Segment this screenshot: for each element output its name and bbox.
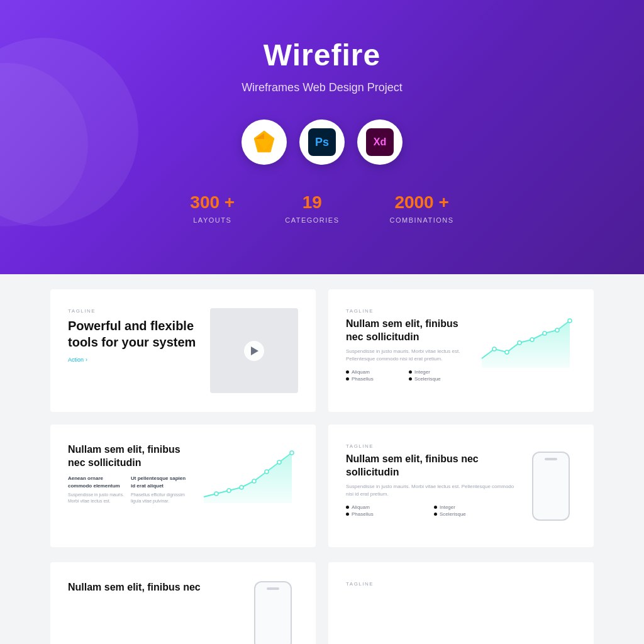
card-3-title: Nullam sem elit, finibus nec sollicitudi… xyxy=(68,443,187,470)
card4-dot-2 xyxy=(434,506,437,509)
chevron-right-icon: › xyxy=(86,357,87,363)
video-thumbnail[interactable] xyxy=(210,308,298,393)
svg-point-11 xyxy=(543,331,547,335)
hero-subtitle: Wireframes Web Design Project xyxy=(13,81,631,94)
svg-point-14 xyxy=(214,492,218,496)
card-3-col-1-text: Suspendisse in justo mauris. Morbi vitae… xyxy=(68,492,125,505)
bullet-1: Aliquam xyxy=(346,369,402,375)
card-2-bullets: Aliquam Integer Phasellus Scelerisque xyxy=(346,369,465,382)
phone-notch-1 xyxy=(545,458,557,460)
card4-dot-3 xyxy=(346,513,349,516)
chart-1 xyxy=(475,308,576,393)
card-tagline-only: TAGLINE xyxy=(328,562,594,644)
card-chart-1: TAGLINE Nullam sem elit, finibus nec sol… xyxy=(328,289,594,412)
svg-point-12 xyxy=(555,328,559,332)
play-icon xyxy=(251,347,258,355)
hero-section: Wirefire Wireframes Web Design Project P… xyxy=(0,0,644,274)
card-4-content: TAGLINE Nullam sem elit, finibus nec sol… xyxy=(346,443,516,528)
phone-notch-2 xyxy=(267,587,279,590)
ps-label: Ps xyxy=(315,136,329,149)
stat-categories: 19 CATEGORIES xyxy=(285,192,339,224)
card-3-col-2-text: Phasellus efficitur dignissim ligula vit… xyxy=(131,492,187,505)
sketch-icon[interactable] xyxy=(242,119,287,165)
photoshop-icon[interactable]: Ps xyxy=(299,119,345,165)
card4-bullet-1: Aliquam xyxy=(346,504,428,510)
stat-categories-number: 19 xyxy=(285,192,339,213)
card-3-col-2: Ut pellentesque sapien id erat aliquet P… xyxy=(131,475,187,505)
bullet-dot-1 xyxy=(346,370,349,374)
svg-point-17 xyxy=(252,479,256,483)
card-3-content: Nullam sem elit, finibus nec sollicitudi… xyxy=(68,443,187,528)
svg-point-18 xyxy=(265,470,269,474)
hero-title: Wirefire xyxy=(13,38,631,72)
card-2-body: Suspendisse in justo mauris. Morbi vitae… xyxy=(346,348,465,363)
svg-point-20 xyxy=(290,451,294,455)
xd-icon[interactable]: Xd xyxy=(357,119,402,165)
card-6-content: TAGLINE xyxy=(346,581,576,644)
card-1-tagline: TAGLINE xyxy=(68,308,200,314)
svg-point-16 xyxy=(240,486,243,489)
card4-bullet-3: Phasellus xyxy=(346,511,428,517)
stat-combinations: 2000 + COMBINATIONS xyxy=(390,192,454,224)
phone-mockup-1 xyxy=(526,443,576,528)
svg-point-9 xyxy=(518,341,521,345)
bullet-2: Integer xyxy=(409,369,465,375)
card-6-tagline: TAGLINE xyxy=(346,581,576,587)
card-4-tagline: TAGLINE xyxy=(346,443,516,449)
svg-point-19 xyxy=(277,460,281,464)
card-3-col-2-label: Ut pellentesque sapien id erat aliquet xyxy=(131,475,187,490)
svg-point-10 xyxy=(530,338,534,341)
card4-dot-4 xyxy=(434,513,437,516)
stat-categories-label: CATEGORIES xyxy=(285,216,339,224)
svg-point-8 xyxy=(505,350,509,354)
card-3-col-1-label: Aenean ornare commodo elementum xyxy=(68,475,125,490)
card4-dot-1 xyxy=(346,506,349,509)
phone-outline-1 xyxy=(532,452,570,521)
card-1-title: Powerful and flexible tools for your sys… xyxy=(68,318,200,350)
card-4-body: Suspendisse in justo mauris. Morbi vitae… xyxy=(346,483,516,498)
chart-2 xyxy=(197,443,298,528)
card-3-cols: Aenean ornare commodo elementum Suspendi… xyxy=(68,475,187,505)
cards-bottom-grid: Nullam sem elit, finibus nec TAGLINE xyxy=(0,562,644,644)
card-4-title: Nullam sem elit, finibus nec sollicitudi… xyxy=(346,453,516,479)
svg-point-15 xyxy=(227,489,231,492)
card-2-title: Nullam sem elit, finibus nec sollicitudi… xyxy=(346,318,465,344)
stat-layouts: 300 + LAYOUTS xyxy=(190,192,235,224)
bullet-3: Phasellus xyxy=(346,376,402,382)
phone-outline-2 xyxy=(254,581,292,644)
bullet-dot-4 xyxy=(409,377,412,380)
card4-bullet-2: Integer xyxy=(434,504,516,510)
phone-mockup-2 xyxy=(248,581,298,644)
svg-point-13 xyxy=(568,319,572,323)
tool-icons-group: Ps Xd xyxy=(13,119,631,165)
bullet-4: Scelerisque xyxy=(409,376,465,382)
card-1-content: TAGLINE Powerful and flexible tools for … xyxy=(68,308,200,393)
stat-layouts-number: 300 + xyxy=(190,192,235,213)
stat-layouts-label: LAYOUTS xyxy=(190,216,235,224)
play-button[interactable] xyxy=(244,341,264,361)
card-3-col-1: Aenean ornare commodo elementum Suspendi… xyxy=(68,475,125,505)
card-4-bullets: Aliquam Integer Phasellus Scelerisque xyxy=(346,504,516,517)
svg-point-7 xyxy=(492,347,496,351)
card-2-content: TAGLINE Nullam sem elit, finibus nec sol… xyxy=(346,308,465,393)
card-video: TAGLINE Powerful and flexible tools for … xyxy=(50,289,316,412)
card-phone-1: TAGLINE Nullam sem elit, finibus nec sol… xyxy=(328,425,594,547)
cards-grid: TAGLINE Powerful and flexible tools for … xyxy=(0,274,644,562)
card-5-content: Nullam sem elit, finibus nec xyxy=(68,581,238,644)
xd-label: Xd xyxy=(374,136,386,148)
card-5-title: Nullam sem elit, finibus nec xyxy=(68,581,238,594)
stats-group: 300 + LAYOUTS 19 CATEGORIES 2000 + COMBI… xyxy=(13,192,631,224)
card4-bullet-4: Scelerisque xyxy=(434,511,516,517)
stat-combinations-number: 2000 + xyxy=(390,192,454,213)
card-phone-2: Nullam sem elit, finibus nec xyxy=(50,562,316,644)
card-chart-2: Nullam sem elit, finibus nec sollicitudi… xyxy=(50,425,316,547)
stat-combinations-label: COMBINATIONS xyxy=(390,216,454,224)
card-2-tagline: TAGLINE xyxy=(346,308,465,314)
bullet-dot-3 xyxy=(346,377,349,380)
card-1-action[interactable]: Action › xyxy=(68,357,200,363)
bullet-dot-2 xyxy=(409,370,412,374)
